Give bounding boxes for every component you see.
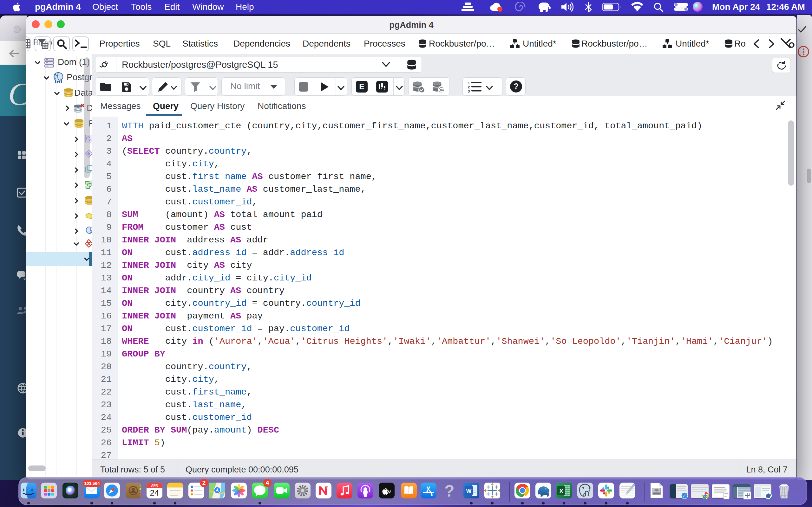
svg-text:X: X <box>559 488 563 494</box>
svg-text:APR: APR <box>151 484 158 487</box>
svg-text:24: 24 <box>150 488 159 498</box>
svg-text:1: 1 <box>468 81 470 85</box>
svg-text:W: W <box>466 488 472 494</box>
svg-text:3: 3 <box>468 89 470 93</box>
svg-text:2: 2 <box>468 85 470 89</box>
svg-text:tv: tv <box>386 489 391 495</box>
